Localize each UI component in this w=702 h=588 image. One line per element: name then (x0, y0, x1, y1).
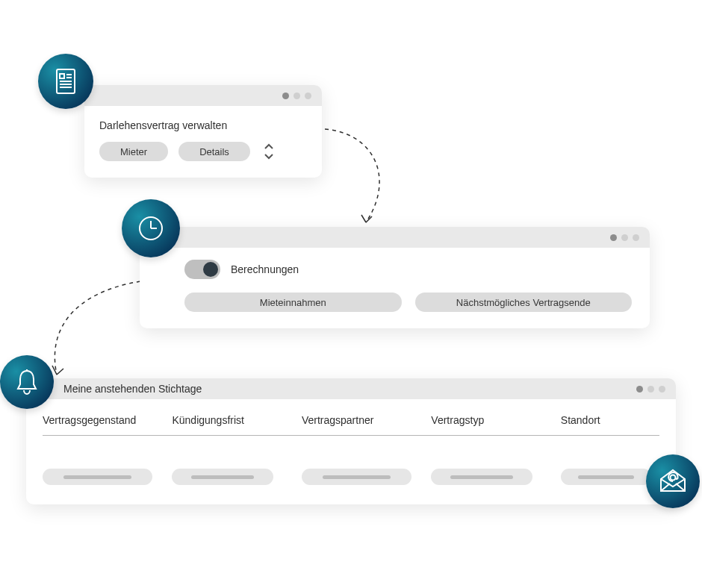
badge-mail (646, 454, 700, 508)
flow-arrow-2 (43, 278, 148, 386)
card-upcoming-dates: Meine anstehenden Stichtage Vertragsgege… (26, 378, 676, 504)
svg-point-11 (671, 475, 676, 481)
toggle-knob (203, 262, 218, 277)
traffic-dot (647, 386, 654, 392)
card-header (84, 85, 322, 106)
col-vertragsgegenstand: Vertragsgegenstand (43, 414, 172, 436)
svg-rect-1 (60, 74, 64, 78)
col-standort: Standort (561, 414, 659, 436)
pill-details[interactable]: Details (178, 142, 250, 161)
pill-vertragsende[interactable]: Nächstmögliches Vertragsende (415, 293, 633, 312)
traffic-dot (633, 234, 639, 241)
pill-mieteinnahmen[interactable]: Mieteinnahmen (184, 293, 402, 312)
card-title: Darlehensvertrag verwalten (99, 119, 307, 131)
traffic-dot (293, 93, 300, 99)
chevron-up-icon (264, 143, 274, 151)
traffic-dot (636, 386, 643, 392)
cell-placeholder (561, 469, 652, 485)
window-controls (636, 386, 665, 392)
document-icon (52, 66, 79, 96)
window-controls (282, 93, 311, 99)
card-header (140, 227, 650, 248)
traffic-dot (305, 93, 311, 99)
traffic-dot (610, 234, 617, 241)
traffic-dot (621, 234, 628, 241)
card-calculations: Berechnungen Mieteinnahmen Nächstmöglich… (140, 227, 650, 328)
traffic-dot (282, 93, 289, 99)
cell-placeholder (43, 469, 152, 485)
col-vertragstyp: Vertragstyp (431, 414, 560, 436)
flow-arrow-1 (321, 125, 411, 234)
table-row (43, 452, 659, 485)
toggle-calculations[interactable] (184, 260, 220, 279)
badge-document (38, 54, 93, 109)
mail-at-icon (658, 469, 688, 494)
scroll-indicator[interactable] (264, 143, 274, 160)
deadlines-table: Vertragsgegenstand Kündigungsfrist Vertr… (43, 414, 659, 485)
col-kuendigungsfrist: Kündigungsfrist (172, 414, 301, 436)
chevron-down-icon (264, 152, 274, 160)
toggle-label: Berechnungen (231, 263, 299, 275)
col-vertragspartner: Vertragspartner (302, 414, 431, 436)
card-title: Meine anstehenden Stichtage (63, 383, 202, 395)
badge-bell (0, 355, 54, 409)
cell-placeholder (172, 469, 273, 485)
pill-mieter[interactable]: Mieter (99, 142, 168, 161)
card-manage-loan-contract: Darlehensvertrag verwalten Mieter Detail… (84, 85, 322, 178)
window-controls (610, 234, 639, 241)
bell-icon (14, 368, 40, 396)
badge-clock (122, 199, 180, 257)
card-header: Meine anstehenden Stichtage (26, 378, 676, 399)
cell-placeholder (431, 469, 532, 485)
traffic-dot (659, 386, 665, 392)
clock-icon (136, 213, 166, 243)
cell-placeholder (302, 469, 411, 485)
